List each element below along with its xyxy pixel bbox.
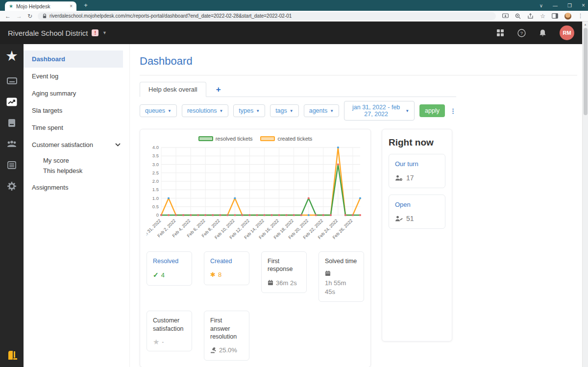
date-range-button[interactable]: jan 31, 2022 - feb 27, 2022▼ [344,101,415,121]
title-divider [140,75,577,75]
scrollbar-thumb[interactable] [584,28,588,115]
legend-label: resolved tickets [216,136,253,142]
minimize-icon[interactable]: — [553,3,558,8]
created-swatch-icon [260,136,275,141]
url-text: riverdaleschool.mojohelpdesk.com/mc/repo… [49,13,292,19]
open-card: Open 51 [389,195,445,229]
app-header: Riverdale School District ! ▼ ? RM [0,22,582,44]
stat-card-solved-time: Solved time 1h 55m 45s [318,251,364,302]
sidebar-item-my-score[interactable]: My score [24,155,129,166]
refresh-icon[interactable]: ↻ [27,13,32,19]
tags-filter-button[interactable]: tags▼ [270,104,299,117]
our-turn-link[interactable]: Our turn [395,160,439,168]
agents-filter-button[interactable]: agents▼ [304,104,339,117]
zoom-icon[interactable] [515,13,521,19]
user-avatar[interactable]: RM [560,25,574,40]
apply-button[interactable]: apply [419,104,445,117]
sidebar-item-sla-targets[interactable]: Sla targets [24,102,129,119]
calendar-icon [268,280,273,286]
help-icon[interactable]: ? [517,29,526,37]
tab-help-desk-overall[interactable]: Help desk overall [140,82,206,97]
open-value: 51 [406,215,414,222]
svg-text:1.5: 1.5 [152,187,159,192]
chart-card: resolved tickets created tickets 00.51.0… [140,129,371,367]
browser-profile-avatar[interactable] [564,13,571,20]
install-icon[interactable] [502,13,509,19]
list-icon[interactable] [0,154,24,175]
sidebar-item-this-helpdesk[interactable]: This helpdesk [24,166,129,176]
users-icon[interactable] [0,133,24,154]
resolved-swatch-icon [198,136,213,141]
chevron-down-icon[interactable] [115,141,121,148]
apps-grid-icon[interactable] [496,29,504,37]
user-clock-icon [395,175,403,181]
add-dashboard-tab-button[interactable]: + [216,85,221,94]
org-selector[interactable]: Riverdale School District ! ▼ [8,29,107,37]
side-panel-icon[interactable] [552,13,558,19]
tab-close-icon[interactable]: × [70,3,73,9]
date-range-label: jan 31, 2022 - feb 27, 2022 [349,104,403,118]
stat-label: First answer resolution [210,317,243,341]
sidebar: Dashboard Event log Aging summary Sla ta… [24,44,130,367]
sidebar-item-aging-summary[interactable]: Aging summary [24,85,129,102]
close-icon[interactable]: × [582,2,585,9]
svg-text:0: 0 [156,212,159,218]
more-options-kebab-icon[interactable]: ⋮ [450,107,456,115]
new-tab-icon[interactable]: + [82,1,90,9]
share-icon[interactable] [527,13,534,19]
sidebar-item-dashboard[interactable]: Dashboard [24,50,123,68]
resolutions-filter-button[interactable]: resolutions▼ [182,104,228,117]
caret-down-icon: ▼ [330,109,334,113]
created-link[interactable]: Created [210,257,243,265]
sidebar-item-customer-satisfaction[interactable]: Customer satisfaction [24,136,129,153]
book-icon[interactable] [0,112,24,133]
chart-legend: resolved tickets created tickets [147,136,364,142]
screen: ★ Mojo Helpdesk × + ∨ — ❐ × ← → ↻ riverd… [0,0,588,367]
filter-label: agents [309,107,328,114]
browser-tabstrip: ★ Mojo Helpdesk × + ∨ — ❐ × [0,0,588,11]
star-icon: ★ [153,338,159,345]
dashboard-tabs: Help desk overall + [140,82,456,97]
org-alert-badge: ! [92,29,98,36]
resolved-link[interactable]: Resolved [153,257,186,265]
stat-card-created: Created ✱8 [204,251,249,285]
our-turn-value: 17 [406,174,414,182]
browser-toolbar: ← → ↻ riverdaleschool.mojohelpdesk.com/m… [0,11,588,22]
back-icon[interactable]: ← [5,13,11,19]
scrollbar-up-arrow-icon[interactable]: ▲ [583,22,588,27]
svg-text:4.0: 4.0 [152,145,159,150]
filter-bar: queues▼ resolutions▼ types▼ tags▼ agents… [140,101,456,121]
stat-value: 1h 55m 45s [325,279,354,296]
caret-down-icon: ▼ [219,109,223,113]
page-scrollbar[interactable]: ▲ [582,22,588,367]
gear-icon[interactable] [0,175,24,196]
bell-icon[interactable] [539,29,546,37]
maximize-icon[interactable]: ❐ [567,3,572,8]
reports-icon[interactable] [0,91,24,112]
legend-resolved: resolved tickets [198,136,253,142]
filter-label: tags [275,107,287,114]
browser-kebab-icon[interactable]: ⋮ [578,13,583,19]
star-logo-icon[interactable]: ★ [5,49,18,63]
browser-tab[interactable]: ★ Mojo Helpdesk × [5,1,76,11]
tickets-icon[interactable] [0,70,24,91]
svg-text:1.0: 1.0 [152,196,159,201]
queues-filter-button[interactable]: queues▼ [140,104,177,117]
window-controls: ∨ — ❐ × [539,0,585,11]
url-bar[interactable]: riverdaleschool.mojohelpdesk.com/mc/repo… [38,12,496,20]
svg-text:2.5: 2.5 [152,170,159,175]
forward-icon[interactable]: → [16,13,22,19]
open-link[interactable]: Open [395,201,439,208]
bookmark-star-icon[interactable]: ☆ [540,13,545,20]
sidebar-item-time-spent[interactable]: Time spent [24,119,129,136]
right-now-title: Right now [389,137,445,148]
sidebar-item-assignments[interactable]: Assignments [24,179,129,196]
chrome-menu-chevron-icon[interactable]: ∨ [539,3,543,8]
sidebar-item-label: Customer satisfaction [32,141,93,148]
types-filter-button[interactable]: types▼ [233,104,265,117]
tab-title: Mojo Helpdesk [16,3,50,9]
sidebar-item-event-log[interactable]: Event log [24,68,129,85]
svg-text:3.0: 3.0 [152,162,159,167]
org-name: Riverdale School District [8,29,88,37]
caret-down-icon: ▼ [168,109,172,113]
